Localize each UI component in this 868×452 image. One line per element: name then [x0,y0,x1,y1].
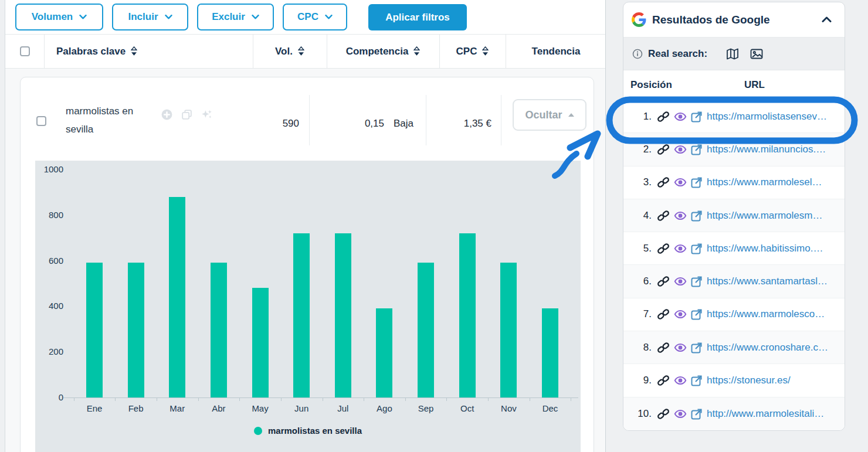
link-icon[interactable] [657,308,670,321]
eye-icon[interactable] [674,374,687,387]
image-icon[interactable] [750,47,764,61]
row-checkbox[interactable] [36,116,46,126]
result-position: 10. [635,408,652,420]
eye-icon[interactable] [674,407,687,420]
external-link-icon[interactable] [691,375,703,386]
y-axis-label: 200 [35,346,63,358]
row-divider [501,95,501,145]
header-volume[interactable]: Vol. [253,35,327,68]
result-url[interactable]: https://stonesur.es/ [707,375,791,386]
eye-icon[interactable] [674,308,687,321]
competition-value: 0,15Baja [284,114,413,133]
header-cpc[interactable]: CPC [439,35,506,68]
bar-Mar [169,197,185,397]
keyword-card: marmolistas en sevilla 590 0,15Baja 1,35… [20,77,594,452]
column-divider [506,35,506,68]
keyword-text: marmolistas en sevilla [66,102,133,138]
x-axis-label: Jun [281,403,322,413]
real-search-bar: Real search: [623,38,845,70]
cpc-filter-dropdown[interactable]: CPC [283,4,347,30]
external-link-icon[interactable] [691,408,703,420]
map-icon[interactable] [725,47,740,61]
x-axis-label: Oct [447,403,488,413]
result-url[interactable]: https://www.habitissimo.… [707,243,823,254]
link-icon[interactable] [657,242,670,255]
header-competition[interactable]: Competencia [327,35,439,68]
result-row-7: 7. https://www.marmolesco… [623,298,845,331]
column-divider [327,35,327,68]
chevron-down-icon [165,15,172,19]
include-filter-dropdown[interactable]: Incluir [112,4,188,30]
link-icon[interactable] [657,275,670,288]
axis-tick [323,398,323,401]
eye-icon[interactable] [674,275,687,288]
result-url[interactable]: https://www.milanuncios.… [707,144,826,155]
result-url[interactable]: http://www.marmolesitali… [707,408,824,420]
result-url[interactable]: https://www.marmolesel… [707,176,822,188]
external-link-icon[interactable] [691,308,703,320]
sort-arrows-icon [298,46,304,56]
result-url[interactable]: https://www.marmolesm… [707,210,822,222]
keyword-tool-page: Volumen Incluir Excluir CPC Aplicar filt… [0,0,868,452]
link-icon[interactable] [657,143,670,156]
link-icon[interactable] [657,176,670,189]
eye-icon[interactable] [674,341,687,354]
link-icon[interactable] [657,407,670,420]
info-icon[interactable] [632,49,643,59]
bar-Abr [211,263,227,397]
link-icon[interactable] [657,374,670,387]
volume-filter-dropdown[interactable]: Volumen [15,4,103,30]
axis-tick [405,398,406,401]
table-header: Palabras clave Vol. Competencia CPC Tend… [5,35,605,69]
bar-Jul [335,233,351,397]
external-link-icon[interactable] [691,276,703,287]
bar-Sep [418,263,434,397]
sort-arrows-icon [482,46,489,56]
axis-tick [446,398,447,401]
result-position: 4. [635,210,652,222]
axis-tick [364,398,364,401]
copy-icon[interactable] [181,108,193,121]
link-icon[interactable] [657,341,670,354]
link-icon[interactable] [657,110,670,123]
bar-Ago [376,308,392,397]
result-row-6: 6. https://www.santamartasl… [623,265,845,298]
result-url[interactable]: https://www.cronoshare.c… [707,342,828,354]
external-link-icon[interactable] [691,176,703,188]
chart-legend: marmolistas en sevilla [35,426,581,436]
result-url[interactable]: https://www.marmolesco… [707,308,825,320]
external-link-icon[interactable] [691,342,703,354]
chevron-up-icon [822,16,832,23]
hide-trend-button[interactable]: Ocultar [513,99,586,131]
link-icon[interactable] [657,209,670,222]
x-axis-label: May [240,403,281,413]
exclude-filter-dropdown[interactable]: Excluir [197,4,274,30]
caret-up-icon [568,113,574,117]
competition-label: Baja [394,118,413,129]
external-link-icon[interactable] [691,243,703,254]
apply-filters-button[interactable]: Aplicar filtros [368,4,467,30]
eye-icon[interactable] [674,110,687,123]
axis-tick [157,398,157,401]
result-url[interactable]: https://marmolistasensev… [707,111,827,123]
eye-icon[interactable] [674,176,687,189]
result-url[interactable]: https://www.santamartasl… [707,276,828,287]
external-link-icon[interactable] [691,111,703,123]
sparkles-icon[interactable] [201,108,213,121]
eye-icon[interactable] [674,143,687,156]
table-body-area: marmolistas en sevilla 590 0,15Baja 1,35… [5,69,605,452]
bar-Ene [86,263,103,397]
result-position: 6. [635,276,652,287]
x-axis-label: Mar [157,403,198,413]
result-position: 5. [635,243,652,254]
header-keyword[interactable]: Palabras clave [44,35,253,68]
eye-icon[interactable] [674,242,687,255]
external-link-icon[interactable] [691,144,703,155]
plus-circle-icon[interactable] [161,108,173,121]
volume-chart-plot: marmolistas en sevilla 10008006004002000… [35,161,581,452]
select-all-checkbox[interactable] [20,46,30,56]
external-link-icon[interactable] [691,210,703,222]
eye-icon[interactable] [674,209,687,222]
collapse-panel-button[interactable] [822,16,832,23]
column-divider [253,35,253,68]
